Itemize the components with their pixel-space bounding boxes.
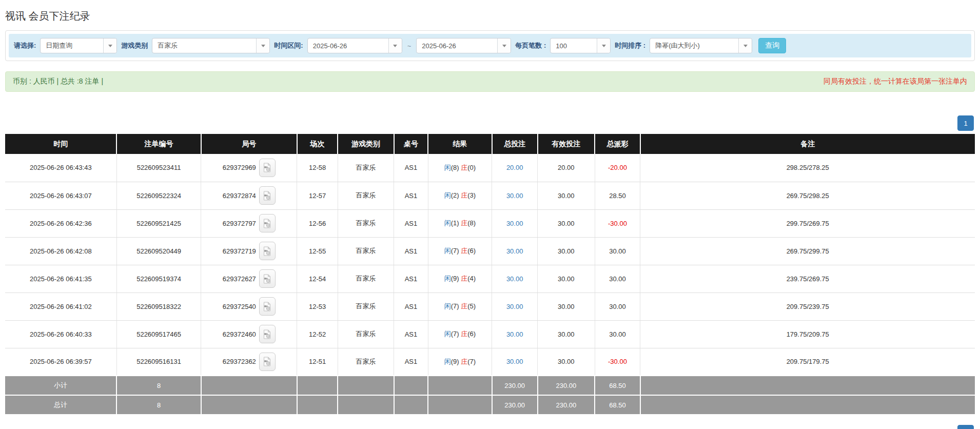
round-id-text: 629372540: [223, 303, 256, 310]
time-sort-label: 时间排序 :: [615, 41, 645, 50]
cell-payout: 30.00: [595, 237, 640, 265]
date-range-separator: ~: [406, 42, 413, 50]
cell-time: 2025-06-26 06:41:35: [5, 265, 116, 292]
cell-session: 12-51: [297, 348, 338, 376]
player-result-label: 闲: [444, 358, 451, 365]
chevron-down-icon[interactable]: [256, 38, 269, 53]
cell-total-bet: 30.00: [492, 320, 538, 348]
cell-round-id: 629372362: [201, 348, 297, 376]
video-replay-button[interactable]: [259, 242, 276, 260]
video-file-icon: [263, 163, 271, 172]
banker-result-label: 庄: [461, 219, 467, 227]
cell-game-type: 百家乐: [338, 237, 394, 265]
footer-empty: [201, 395, 297, 415]
cell-total-bet: 20.00: [492, 154, 538, 182]
footer-empty: [201, 376, 297, 395]
column-header: 局号: [201, 134, 297, 154]
chevron-down-icon[interactable]: [738, 38, 752, 53]
banker-result-label: 庄: [461, 191, 467, 199]
cell-table-no: AS1: [394, 182, 428, 209]
cell-session: 12-56: [297, 209, 338, 237]
game-type-dropdown[interactable]: 百家乐: [152, 38, 270, 53]
page-1-button[interactable]: 1: [957, 115, 974, 131]
cell-remark: 209.75/239.75: [640, 292, 975, 320]
cell-round-id: 629372719: [201, 237, 297, 265]
cell-result: 闲(2) 庄(3): [428, 182, 492, 209]
page-1-button-bottom[interactable]: 1: [957, 425, 974, 429]
grand-total-row: 总计8230.00230.0068.50: [5, 395, 975, 415]
cell-round-id: 629372540: [201, 292, 297, 320]
select-type-dropdown[interactable]: 日期查询: [40, 38, 117, 53]
chevron-down-icon[interactable]: [597, 38, 610, 53]
cell-table-no: AS1: [394, 292, 428, 320]
cell-bet-id: 522609520449: [116, 237, 201, 265]
footer-payout: 68.50: [595, 395, 640, 415]
total-bet-link[interactable]: 30.00: [506, 358, 523, 365]
video-replay-button[interactable]: [259, 269, 276, 288]
banker-result-value: (6): [467, 247, 476, 255]
column-header: 场次: [297, 134, 338, 154]
video-replay-button[interactable]: [259, 159, 276, 177]
player-result-value: (7): [451, 302, 459, 310]
table-footer: 小计8230.00230.0068.50总计8230.00230.0068.50: [5, 376, 975, 415]
round-id-text: 629372460: [223, 330, 256, 338]
total-bet-link[interactable]: 30.00: [506, 330, 523, 338]
chevron-down-icon[interactable]: [103, 38, 116, 53]
cell-remark: 298.25/278.25: [640, 154, 975, 182]
video-replay-button[interactable]: [259, 297, 276, 316]
cell-game-type: 百家乐: [338, 154, 394, 182]
total-bet-link[interactable]: 30.00: [506, 247, 523, 255]
cell-round-id: 629372627: [201, 265, 297, 292]
banker-result-label: 庄: [461, 358, 467, 365]
cell-remark: 209.75/179.75: [640, 348, 975, 376]
column-header: 时间: [5, 134, 116, 154]
total-bet-link[interactable]: 30.00: [506, 275, 523, 283]
select-type-label: 请选择:: [14, 41, 36, 50]
chevron-down-icon[interactable]: [497, 38, 511, 53]
cell-valid-bet: 30.00: [538, 182, 595, 209]
page-size-dropdown[interactable]: 100: [550, 38, 611, 53]
video-file-icon: [263, 274, 271, 284]
cell-time: 2025-06-26 06:41:02: [5, 292, 116, 320]
video-replay-button[interactable]: [259, 186, 276, 205]
table-row: 2025-06-26 06:42:36522609521425629372797…: [5, 209, 975, 237]
table-row: 2025-06-26 06:43:07522609522324629372874…: [5, 182, 975, 209]
date-from-dropdown[interactable]: 2025-06-26: [307, 38, 402, 53]
cell-result: 闲(8) 庄(0): [428, 154, 492, 182]
round-id-text: 629372969: [223, 164, 256, 171]
total-bet-link[interactable]: 30.00: [506, 220, 523, 227]
footer-empty: [297, 395, 338, 415]
footer-empty: [338, 376, 394, 395]
cell-session: 12-54: [297, 265, 338, 292]
table-body: 2025-06-26 06:43:43522609523411629372969…: [5, 154, 975, 376]
footer-empty: [394, 395, 428, 415]
total-bet-link[interactable]: 30.00: [506, 303, 523, 310]
footer-count: 8: [116, 395, 201, 415]
cell-game-type: 百家乐: [338, 292, 394, 320]
video-replay-button[interactable]: [259, 325, 276, 343]
cell-bet-id: 522609519374: [116, 265, 201, 292]
page-title: 视讯 会员下注纪录: [5, 9, 975, 23]
column-header: 结果: [428, 134, 492, 154]
video-replay-button[interactable]: [259, 214, 276, 232]
banker-result-label: 庄: [461, 164, 467, 171]
video-file-icon: [263, 191, 271, 201]
time-sort-dropdown[interactable]: 降幂(由大到小): [650, 38, 752, 53]
video-file-icon: [263, 219, 271, 228]
total-bet-link[interactable]: 20.00: [506, 164, 523, 171]
cell-round-id: 629372460: [201, 320, 297, 348]
cell-valid-bet: 30.00: [538, 320, 595, 348]
cell-result: 闲(7) 庄(6): [428, 320, 492, 348]
banker-result-value: (3): [467, 191, 476, 199]
date-from-value: 2025-06-26: [308, 38, 388, 53]
player-result-value: (9): [451, 275, 459, 282]
query-button[interactable]: 查询: [758, 38, 786, 53]
footer-empty: [338, 395, 394, 415]
cell-table-no: AS1: [394, 154, 428, 182]
chevron-down-icon[interactable]: [388, 38, 402, 53]
date-to-dropdown[interactable]: 2025-06-26: [416, 38, 511, 53]
table-row: 2025-06-26 06:43:43522609523411629372969…: [5, 154, 975, 182]
player-result-value: (7): [451, 330, 459, 338]
total-bet-link[interactable]: 30.00: [506, 192, 523, 200]
video-replay-button[interactable]: [259, 353, 276, 371]
